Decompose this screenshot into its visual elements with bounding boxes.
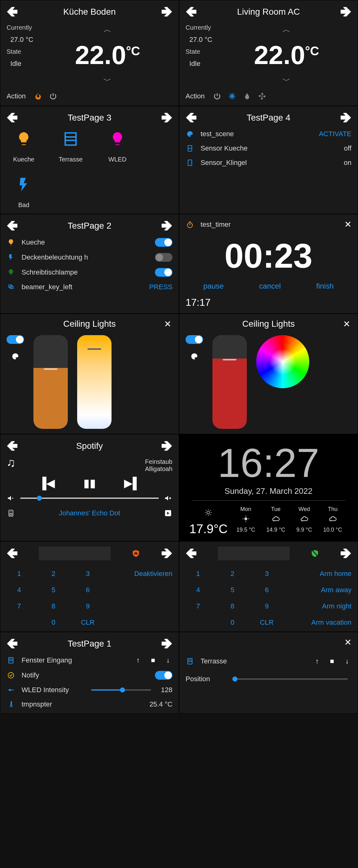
power-icon[interactable] — [213, 92, 221, 100]
close-icon[interactable]: ✕ — [343, 319, 350, 329]
prev-icon[interactable]: 🡸 — [6, 219, 18, 232]
next-icon[interactable]: 🡺 — [340, 5, 352, 19]
next-icon[interactable]: 🡺 — [340, 111, 352, 124]
arm-away-button[interactable]: Arm away — [289, 586, 352, 594]
toggle-switch[interactable] — [155, 268, 173, 277]
tile-kueche[interactable]: Kueche — [6, 130, 41, 163]
keypad-7[interactable]: 7 — [6, 602, 32, 610]
volume-down-icon[interactable] — [6, 494, 15, 502]
palette-icon[interactable] — [190, 352, 199, 361]
skip-next-icon[interactable]: ▶▌ — [128, 479, 137, 488]
next-icon[interactable]: 🡺 — [161, 111, 173, 124]
keypad-1[interactable]: 1 — [6, 570, 32, 578]
arm-vacation-button[interactable]: Arm vacation — [289, 618, 352, 626]
disarm-button[interactable]: Deaktivieren — [110, 570, 173, 578]
cover-up-icon[interactable]: ↑ — [313, 657, 322, 665]
next-icon[interactable]: 🡺 — [161, 5, 173, 19]
fan-icon[interactable] — [258, 92, 266, 100]
cover-stop-icon[interactable]: ■ — [149, 656, 157, 665]
keypad-8[interactable]: 8 — [41, 602, 66, 610]
cancel-button[interactable]: cancel — [259, 282, 280, 290]
keypad-8[interactable]: 8 — [220, 602, 245, 610]
temp-down-icon[interactable]: ﹀ — [103, 75, 112, 86]
schreibtisch-row: Schreibtischlampe — [6, 268, 173, 277]
pin-input[interactable] — [39, 547, 111, 560]
keypad-2[interactable]: 2 — [41, 570, 66, 578]
skip-previous-icon[interactable]: ▐◀ — [42, 479, 51, 488]
keypad-1[interactable]: 1 — [185, 570, 211, 578]
arm-night-button[interactable]: Arm night — [289, 602, 352, 610]
keypad-4[interactable]: 4 — [6, 586, 32, 594]
keypad-clear[interactable]: CLR — [75, 618, 100, 626]
close-icon[interactable]: ✕ — [164, 319, 171, 329]
cover-down-icon[interactable]: ↓ — [343, 657, 352, 665]
cover-up-icon[interactable]: ↑ — [134, 656, 143, 665]
keypad-6[interactable]: 6 — [254, 586, 279, 594]
close-icon[interactable]: ✕ — [344, 638, 352, 647]
prev-icon[interactable]: 🡸 — [6, 111, 18, 124]
power-icon[interactable] — [49, 92, 58, 100]
snowflake-icon[interactable] — [228, 92, 237, 100]
temp-up-icon[interactable]: ︿ — [282, 24, 291, 35]
temp-up-icon[interactable]: ︿ — [103, 24, 112, 35]
keypad-3[interactable]: 3 — [254, 570, 279, 578]
press-button[interactable]: PRESS — [149, 283, 173, 291]
toggle-switch[interactable] — [155, 238, 173, 247]
color-temp-slider[interactable] — [77, 335, 112, 429]
next-icon[interactable]: 🡺 — [161, 547, 173, 560]
brightness-slider[interactable] — [212, 335, 247, 429]
volume-slider[interactable] — [20, 498, 159, 499]
tile-terrasse[interactable]: Terrasse — [53, 130, 88, 163]
light-toggle[interactable] — [6, 335, 24, 344]
position-slider[interactable] — [233, 678, 348, 680]
volume-up-icon[interactable] — [164, 494, 173, 502]
keypad-7[interactable]: 7 — [185, 602, 211, 610]
arm-home-button[interactable]: Arm home — [289, 570, 352, 578]
prev-icon[interactable]: 🡸 — [6, 5, 18, 19]
prev-icon[interactable]: 🡸 — [185, 547, 197, 560]
toggle-switch[interactable] — [155, 671, 173, 680]
pin-input[interactable] — [218, 547, 290, 560]
water-drop-icon[interactable] — [243, 92, 251, 100]
next-icon[interactable]: 🡺 — [161, 439, 173, 453]
color-wheel[interactable] — [256, 335, 309, 388]
open-icon[interactable] — [164, 509, 173, 518]
keypad-2[interactable]: 2 — [220, 570, 245, 578]
prev-icon[interactable]: 🡸 — [185, 5, 197, 19]
prev-icon[interactable]: 🡸 — [185, 111, 197, 124]
source-name[interactable]: Johannes' Echo Dot — [59, 509, 120, 517]
next-icon[interactable]: 🡺 — [340, 547, 352, 560]
prev-icon[interactable]: 🡸 — [6, 637, 18, 650]
keypad-9[interactable]: 9 — [254, 602, 279, 610]
keypad-0[interactable]: 0 — [41, 618, 66, 626]
brightness-slider[interactable] — [33, 335, 68, 429]
keypad-3[interactable]: 3 — [75, 570, 100, 578]
next-icon[interactable]: 🡺 — [161, 219, 173, 232]
keypad-0[interactable]: 0 — [220, 618, 245, 626]
intensity-slider[interactable] — [91, 689, 151, 690]
temp-down-icon[interactable]: ﹀ — [282, 75, 291, 86]
palette-icon[interactable] — [11, 352, 20, 361]
keypad-clear[interactable]: CLR — [254, 618, 279, 626]
keypad-5[interactable]: 5 — [41, 586, 66, 594]
activate-button[interactable]: ACTIVATE — [319, 130, 352, 138]
prev-icon[interactable]: 🡸 — [6, 439, 18, 453]
cover-stop-icon[interactable]: ■ — [328, 657, 336, 665]
keypad-6[interactable]: 6 — [75, 586, 100, 594]
tile-bad[interactable]: Bad — [6, 176, 41, 209]
next-icon[interactable]: 🡺 — [161, 637, 173, 650]
tile-wled[interactable]: WLED — [100, 130, 135, 163]
toggle-switch[interactable] — [155, 253, 173, 262]
pause-button[interactable]: pause — [203, 282, 224, 290]
pause-icon[interactable]: ▮▮ — [85, 479, 94, 488]
cover-down-icon[interactable]: ↓ — [164, 656, 173, 665]
finish-button[interactable]: finish — [316, 282, 334, 290]
prev-icon[interactable]: 🡸 — [6, 547, 18, 560]
keypad-4[interactable]: 4 — [185, 586, 211, 594]
speaker-icon[interactable] — [6, 509, 15, 518]
close-icon[interactable]: ✕ — [344, 219, 352, 229]
flame-icon[interactable] — [34, 92, 42, 100]
keypad-9[interactable]: 9 — [75, 602, 100, 610]
keypad-5[interactable]: 5 — [220, 586, 245, 594]
light-toggle[interactable] — [185, 335, 203, 344]
